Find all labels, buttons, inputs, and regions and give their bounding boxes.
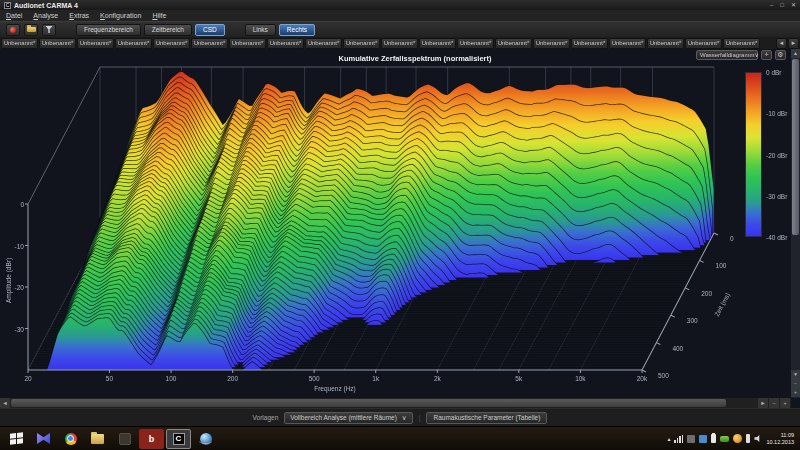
tab-unbenannt-16[interactable]: Unbenannt*: [571, 38, 608, 49]
menu-item-datei[interactable]: Datei: [6, 12, 22, 19]
tab-unbenannt-3[interactable]: Unbenannt*: [77, 38, 114, 49]
chevron-down-icon: ∨: [754, 51, 758, 59]
network-signal-icon[interactable]: [674, 435, 683, 443]
x-tick-500: 500: [304, 375, 324, 382]
tab-unbenannt-13[interactable]: Unbenannt*: [457, 38, 494, 49]
vertical-scrollbar[interactable]: ▲ ▼ − +: [791, 49, 800, 398]
z-tick-500: 500: [658, 372, 669, 379]
tab-unbenannt-11[interactable]: Unbenannt*: [381, 38, 418, 49]
chart-panel: Wasserfalldiagramm ∨ + ⚙ Kumulative Zerf…: [0, 49, 800, 408]
globe-icon: [200, 433, 212, 445]
maximize-button[interactable]: □: [780, 1, 784, 9]
close-button[interactable]: ✕: [791, 1, 796, 9]
csd-button[interactable]: CSD: [195, 24, 225, 36]
zoom-out-h-button[interactable]: −: [769, 398, 779, 408]
zoom-out-v-button[interactable]: −: [791, 379, 800, 388]
x-axis-label: Frequenz (Hz): [285, 385, 385, 392]
tab-unbenannt-8[interactable]: Unbenannt*: [267, 38, 304, 49]
rechts-button[interactable]: Rechts: [279, 24, 315, 36]
tray-expand-icon[interactable]: ▴: [667, 435, 670, 442]
x-tick-200: 200: [223, 375, 243, 382]
vertical-scroll-thumb[interactable]: [792, 59, 799, 235]
tab-unbenannt-4[interactable]: Unbenannt*: [115, 38, 152, 49]
tray-app-icon-white[interactable]: [746, 434, 750, 443]
speaker-icon[interactable]: [754, 435, 762, 443]
tab-unbenannt-6[interactable]: Unbenannt*: [191, 38, 228, 49]
template-dropdown[interactable]: Vollbereich Analyse (mittlere Räume) ∨: [284, 412, 412, 424]
app-icon: C: [4, 2, 11, 9]
taskbar-app-chrome[interactable]: [58, 429, 83, 449]
menu-item-analyse[interactable]: Analyse: [33, 12, 58, 19]
window-title: Audionet CARMA 4: [14, 2, 78, 9]
taskbar-app-b[interactable]: b: [139, 429, 164, 449]
chart-title: Kumulative Zerfallsspektrum (normalisier…: [100, 54, 730, 63]
move-icon: +: [764, 51, 768, 58]
tray-app-icon-green[interactable]: [720, 436, 729, 442]
view-type-dropdown[interactable]: Wasserfalldiagramm ∨: [696, 50, 758, 60]
tab-unbenannt-10[interactable]: Unbenannt*: [343, 38, 380, 49]
b-icon: b: [149, 434, 155, 444]
open-file-button[interactable]: [24, 24, 38, 36]
tab-unbenannt-14[interactable]: Unbenannt*: [495, 38, 532, 49]
tray-app-icon-orange[interactable]: [733, 434, 742, 443]
x-tick-5k: 5k: [509, 375, 529, 382]
scroll-right-button[interactable]: ►: [758, 398, 768, 408]
record-button[interactable]: [6, 24, 20, 36]
carma-icon: C: [173, 433, 185, 445]
frequenzbereich-button[interactable]: Frequenzbereich: [76, 24, 141, 36]
move-button[interactable]: +: [761, 50, 772, 60]
filter-button[interactable]: [42, 24, 56, 36]
tab-unbenannt-18[interactable]: Unbenannt*: [647, 38, 684, 49]
horizontal-scrollbar[interactable]: ◄ ► − +: [0, 398, 791, 408]
tray-app-icon-gray[interactable]: [687, 435, 695, 443]
tab-unbenannt-20[interactable]: Unbenannt*: [723, 38, 760, 49]
battery-icon[interactable]: [711, 434, 716, 443]
tab-unbenannt-2[interactable]: Unbenannt*: [39, 38, 76, 49]
tab-unbenannt-7[interactable]: Unbenannt*: [229, 38, 266, 49]
taskbar-app-media[interactable]: [31, 429, 56, 449]
tab-unbenannt-5[interactable]: Unbenannt*: [153, 38, 190, 49]
taskbar-app-folder[interactable]: [85, 429, 110, 449]
templates-label: Vorlagen: [253, 414, 279, 421]
horizontal-scroll-thumb[interactable]: [11, 399, 726, 407]
view-type-value: Wasserfalldiagramm: [700, 51, 754, 59]
x-tick-2k: 2k: [427, 375, 447, 382]
menu-item-konfiguration[interactable]: Konfiguration: [100, 12, 141, 19]
tab-unbenannt-17[interactable]: Unbenannt*: [609, 38, 646, 49]
tab-scroll-left[interactable]: ◄: [776, 38, 787, 49]
z-tick-300: 300: [687, 317, 698, 324]
taskbar-app-wot[interactable]: [112, 429, 137, 449]
folder-icon: [91, 434, 104, 444]
taskbar-app-globe[interactable]: [193, 429, 218, 449]
x-tick-20k: 20k: [632, 375, 652, 382]
y-axis-label: Amplitude (dBr): [5, 251, 12, 311]
minimize-button[interactable]: –: [770, 1, 773, 9]
bowtie-icon: [37, 433, 50, 444]
menu-item-hilfe[interactable]: Hilfe: [152, 12, 166, 19]
start-button[interactable]: [4, 429, 29, 449]
tank-game-icon: [119, 433, 131, 445]
zoom-in-h-button[interactable]: +: [780, 398, 790, 408]
taskbar-app-carma[interactable]: C: [166, 429, 191, 449]
room-parameters-button[interactable]: Raumakustische Parameter (Tabelle): [426, 412, 547, 424]
zeitbereich-button[interactable]: Zeitbereich: [144, 24, 192, 36]
menu-item-extras[interactable]: Extras: [69, 12, 89, 19]
clock-date: 10.12.2013: [766, 439, 794, 446]
tab-scroll-right[interactable]: ►: [788, 38, 799, 49]
settings-button[interactable]: ⚙: [775, 50, 786, 60]
tab-unbenannt-9[interactable]: Unbenannt*: [305, 38, 342, 49]
scroll-down-button[interactable]: ▼: [791, 370, 800, 379]
template-dropdown-value: Vollbereich Analyse (mittlere Räume): [290, 414, 397, 421]
z-tick-200: 200: [701, 290, 712, 297]
y-tick--10: -10: [0, 243, 24, 250]
scroll-up-button[interactable]: ▲: [791, 49, 800, 58]
links-button[interactable]: Links: [245, 24, 276, 36]
x-tick-50: 50: [99, 375, 119, 382]
scroll-left-button[interactable]: ◄: [0, 398, 10, 408]
tray-app-icon-blue[interactable]: [699, 435, 707, 443]
tab-unbenannt-15[interactable]: Unbenannt*: [533, 38, 570, 49]
tab-unbenannt-1[interactable]: Unbenannt*: [1, 38, 38, 49]
zoom-in-v-button[interactable]: +: [791, 388, 800, 397]
tab-unbenannt-19[interactable]: Unbenannt*: [685, 38, 722, 49]
tab-unbenannt-12[interactable]: Unbenannt*: [419, 38, 456, 49]
